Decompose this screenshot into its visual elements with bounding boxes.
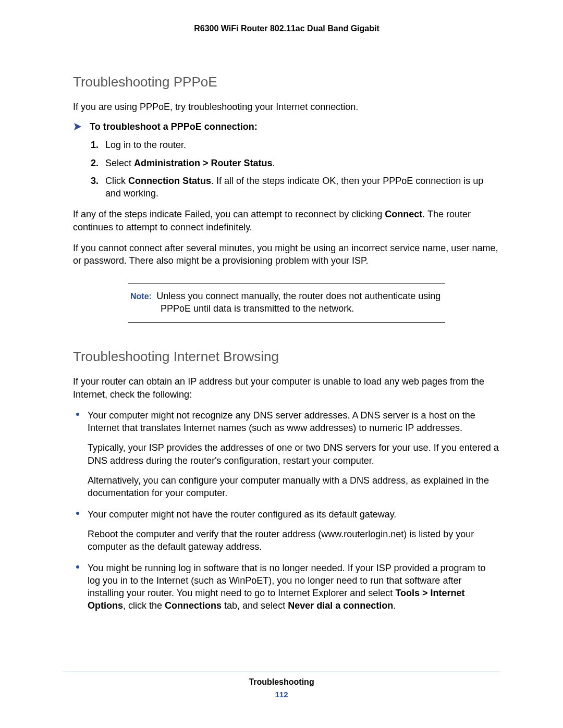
- arrow-right-icon: [74, 123, 81, 130]
- section-heading-pppoe: Troubleshooting PPPoE: [73, 74, 500, 90]
- list-item: Your computer might not have the router …: [88, 508, 500, 553]
- bullet-sub-paragraph: Typically, your ISP provides the address…: [88, 441, 500, 467]
- bullet-sub-paragraph: Reboot the computer and verify that the …: [88, 528, 500, 553]
- step-2: Select Administration > Router Status.: [105, 157, 500, 169]
- body-paragraph: If you cannot connect after several minu…: [73, 242, 500, 267]
- document-page: R6300 WiFi Router 802.11ac Dual Band Gig…: [0, 0, 563, 728]
- footer-page-number: 112: [63, 690, 500, 699]
- procedure-label: To troubleshoot a PPPoE connection:: [90, 121, 258, 132]
- intro-paragraph: If your router can obtain an IP address …: [73, 375, 500, 401]
- page-footer: Troubleshooting 112: [63, 672, 500, 699]
- list-item: Your computer might not recognize any DN…: [88, 409, 500, 500]
- bullet-sub-paragraph: Alternatively, you can configure your co…: [88, 474, 500, 500]
- list-item: You might be running log in software tha…: [88, 562, 500, 612]
- bullet-text: Your computer might not recognize any DN…: [88, 410, 475, 433]
- step-text-pre: Select: [105, 158, 134, 168]
- procedure-heading: To troubleshoot a PPPoE connection:: [73, 121, 500, 132]
- step-text-bold: Connection Status: [128, 176, 211, 186]
- note-text-line2: PPPoE until data is transmitted to the n…: [130, 302, 443, 315]
- bullet-list: Your computer might not recognize any DN…: [73, 409, 500, 612]
- note-text-line1: Unless you connect manually, the router …: [154, 291, 440, 301]
- bullet-text: Your computer might not have the router …: [88, 509, 396, 520]
- bold-text: Connect: [385, 209, 422, 219]
- step-3: Click Connection Status. If all of the s…: [105, 175, 500, 200]
- bullet-icon: [76, 512, 79, 515]
- step-text-pre: Click: [105, 176, 128, 186]
- step-text-post: .: [273, 158, 275, 168]
- svg-marker-0: [74, 123, 81, 130]
- step-text-bold: Administration > Router Status: [134, 158, 273, 168]
- footer-rule: [63, 672, 500, 672]
- body-paragraph: If any of the steps indicate Failed, you…: [73, 208, 500, 233]
- footer-title: Troubleshooting: [63, 677, 500, 687]
- intro-paragraph: If you are using PPPoE, try troubleshoot…: [73, 101, 500, 113]
- step-text: Log in to the router.: [105, 140, 186, 150]
- procedure-steps: Log in to the router. Select Administrat…: [73, 139, 500, 200]
- note-box: Note: Unless you connect manually, the r…: [128, 283, 445, 323]
- bold-text: Connections: [165, 600, 222, 611]
- step-1: Log in to the router.: [105, 139, 500, 151]
- section-heading-browsing: Troubleshooting Internet Browsing: [73, 349, 500, 365]
- page-header: R6300 WiFi Router 802.11ac Dual Band Gig…: [73, 24, 500, 33]
- note-label: Note:: [130, 292, 152, 301]
- bold-text: Never dial a connection: [288, 600, 393, 611]
- bullet-icon: [76, 565, 79, 569]
- bullet-icon: [76, 413, 79, 416]
